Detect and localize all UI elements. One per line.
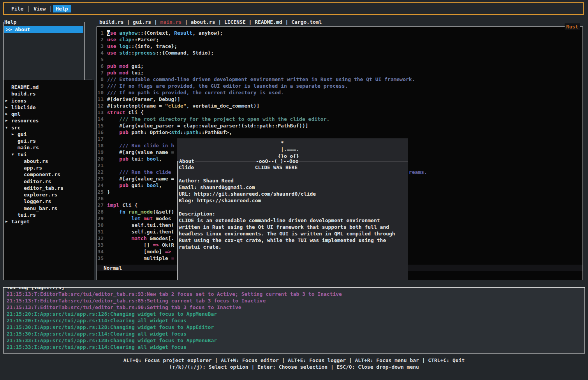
explorer-item-about-rs[interactable]: about.rs bbox=[4, 158, 94, 164]
tab-separator: | bbox=[181, 19, 190, 25]
language-badge: Rust bbox=[565, 23, 580, 30]
chevron-collapsed-icon[interactable]: ▶ bbox=[5, 218, 11, 225]
code-token: #[derive(Parser, Debug)] bbox=[107, 96, 180, 102]
tab-separator: | bbox=[124, 19, 133, 25]
line-number: 20 bbox=[97, 156, 104, 162]
code-line: 8/// Extendable command-line driven deve… bbox=[97, 76, 427, 83]
explorer-item-label: about.rs bbox=[24, 158, 48, 164]
editor-tab-cargo-toml[interactable]: Cargo.toml bbox=[291, 19, 322, 25]
code-token: [mode] bbox=[107, 249, 165, 255]
chevron-collapsed-icon[interactable]: ▶ bbox=[5, 117, 11, 124]
code-token: ::{info, trace}; bbox=[129, 43, 177, 49]
code-token: mod bbox=[119, 70, 128, 76]
line-number: 35 bbox=[97, 255, 104, 262]
explorer-item-tui-rs[interactable]: tui.rs bbox=[4, 212, 94, 218]
chevron-expanded-icon[interactable]: ▼ bbox=[5, 124, 11, 131]
explorer-item-gui-rs[interactable]: gui.rs bbox=[4, 138, 94, 144]
code-line: 2use clap::Parser; bbox=[97, 36, 427, 43]
code-token: /// Extendable command-line driven devel… bbox=[107, 76, 415, 82]
code-line: 15 #[arg(value_parser = clap::value_pars… bbox=[97, 122, 427, 129]
code-token: log bbox=[119, 43, 128, 49]
code-token bbox=[107, 169, 119, 175]
code-token: /// The root directory for the project t… bbox=[119, 116, 329, 122]
code-token: use bbox=[107, 50, 116, 56]
code-line: 13struct Cli { bbox=[97, 109, 427, 116]
line-number: 8 bbox=[97, 76, 104, 83]
explorer-item-editor-tab-rs[interactable]: editor_tab.rs bbox=[4, 185, 94, 191]
explorer-item-label: editor_tab.rs bbox=[24, 185, 63, 191]
explorer-item-label: icons bbox=[11, 97, 26, 104]
help-menu-item-about[interactable]: >> About bbox=[4, 26, 83, 33]
line-number: 9 bbox=[97, 83, 104, 89]
explorer-item-readme-md[interactable]: README.md bbox=[4, 84, 94, 90]
chevron-collapsed-icon[interactable]: ▶ bbox=[11, 131, 18, 138]
editor-tab-gui-rs[interactable]: gui.rs bbox=[133, 19, 151, 25]
explorer-item-app-rs[interactable]: app.rs bbox=[4, 164, 94, 171]
code-token: /// If no path is provided, the current … bbox=[107, 90, 284, 95]
editor-tab-build-rs[interactable]: build.rs bbox=[99, 19, 124, 25]
explorer-item-build-rs[interactable]: build.rs bbox=[4, 90, 94, 97]
line-number: 21 bbox=[97, 162, 104, 169]
explorer-item-editor-rs[interactable]: editor.rs bbox=[4, 178, 94, 185]
explorer-item-main-rs[interactable]: main.rs bbox=[4, 144, 94, 151]
line-number: 24 bbox=[97, 182, 104, 189]
explorer-item-logger-rs[interactable]: logger.rs bbox=[4, 198, 94, 205]
about-popup-content: Clide CLIDE WAS HERE Author: Shaun Reed … bbox=[178, 161, 408, 250]
explorer-item-target[interactable]: ▶target bbox=[4, 218, 94, 225]
line-number: 17 bbox=[97, 136, 104, 142]
editor-tab-about-rs[interactable]: about.rs bbox=[191, 19, 215, 25]
code-token: ::Parser; bbox=[132, 37, 159, 42]
log-entry: 21:15:13:T:EditorTab:src/tui/editor_tab.… bbox=[4, 304, 584, 311]
code-token: &modes[. bbox=[147, 235, 174, 241]
code-token: tui; bbox=[129, 70, 144, 76]
code-token: , verbatim_doc_comment)] bbox=[187, 103, 260, 109]
code-token: self.tui.then( bbox=[107, 222, 174, 228]
editor-tab-readme-md[interactable]: README.md bbox=[255, 19, 282, 25]
code-token: use bbox=[107, 43, 116, 49]
code-line: 1use anyhow::{Context, Result, anyhow}; bbox=[97, 30, 427, 36]
explorer-item-component-rs[interactable]: component.rs bbox=[4, 171, 94, 178]
code-token: std bbox=[171, 129, 180, 135]
explorer-item-libclide[interactable]: ▶libclide bbox=[4, 104, 94, 111]
explorer-item-qml[interactable]: ▶qml bbox=[4, 111, 94, 117]
line-number: 15 bbox=[97, 122, 104, 129]
menu-item-view[interactable]: View bbox=[31, 5, 48, 12]
chevron-collapsed-icon[interactable]: ▶ bbox=[5, 111, 11, 117]
code-line: 7pub mod tui; bbox=[97, 69, 427, 76]
code-token bbox=[107, 143, 119, 148]
chevron-collapsed-icon[interactable]: ▶ bbox=[5, 97, 11, 104]
log-entry: 21:15:30:I:App:src/tui/app.rs:114:Cleari… bbox=[4, 331, 584, 337]
explorer-item-icons[interactable]: ▶icons bbox=[4, 97, 94, 104]
explorer-item-gui[interactable]: ▶gui bbox=[4, 131, 94, 138]
explorer-item-label: libclide bbox=[11, 104, 36, 111]
code-token: bool bbox=[147, 156, 159, 162]
menu-item-file[interactable]: File bbox=[9, 5, 26, 12]
explorer-item-explorer-rs[interactable]: explorer.rs bbox=[4, 191, 94, 198]
log-entry: 21:15:20:I:App:src/tui/app.rs:114:Cleari… bbox=[4, 317, 584, 324]
menu-separator: │ bbox=[27, 5, 30, 12]
line-number: 4 bbox=[97, 49, 104, 56]
code-token: pub bbox=[107, 63, 116, 69]
code-token: => bbox=[153, 242, 159, 248]
clide-tui-app: { "colors": { "accent_blue": "#2194e0", … bbox=[0, 0, 588, 380]
menu-item-help[interactable]: Help bbox=[53, 5, 70, 12]
explorer-item-resources[interactable]: ▶resources bbox=[4, 117, 94, 124]
explorer-item-menu-bar-rs[interactable]: menu_bar.rs bbox=[4, 205, 94, 212]
code-token: /// Run clide in h bbox=[119, 143, 174, 148]
text-cursor: u bbox=[107, 30, 110, 36]
explorer-item-src[interactable]: ▼src bbox=[4, 124, 94, 131]
explorer-item-tui[interactable]: ▼tui bbox=[4, 151, 94, 158]
line-number: 31 bbox=[97, 228, 104, 235]
chevron-collapsed-icon[interactable]: ▶ bbox=[5, 104, 11, 111]
explorer-item-label: app.rs bbox=[24, 164, 42, 171]
code-line: 16 pub path: Option<std::path::PathBuf>, bbox=[97, 129, 427, 136]
code-token: mut bbox=[144, 216, 153, 221]
explorer-item-label: README.md bbox=[11, 84, 39, 90]
code-line: 9/// If no flags are provided, the GUI e… bbox=[97, 83, 427, 89]
tab-separator: | bbox=[246, 19, 255, 25]
chevron-expanded-icon[interactable]: ▼ bbox=[11, 151, 18, 158]
explorer-item-label: resources bbox=[11, 117, 39, 124]
editor-tab-main-rs[interactable]: main.rs bbox=[160, 19, 182, 25]
editor-tab-license[interactable]: LICENSE bbox=[224, 19, 246, 25]
line-number: 13 bbox=[97, 109, 104, 116]
